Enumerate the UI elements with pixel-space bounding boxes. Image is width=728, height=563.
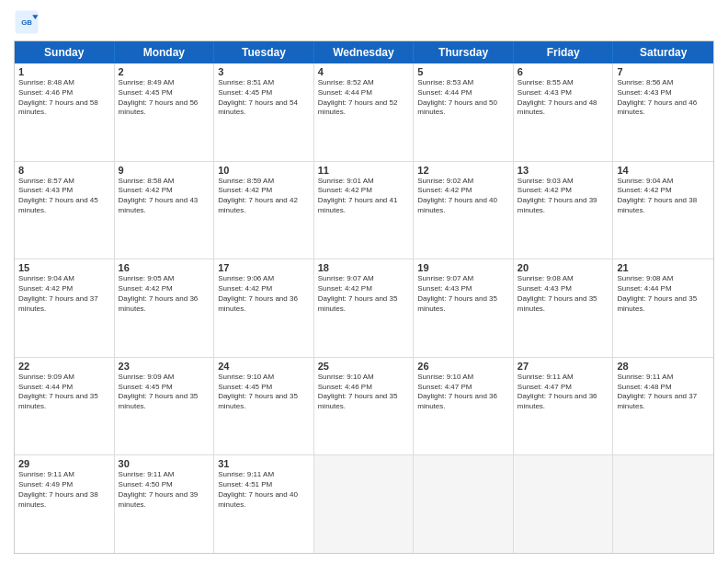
day-number: 22 xyxy=(18,361,110,372)
day-cell-23: 23 Sunrise: 9:09 AM Sunset: 4:45 PM Dayl… xyxy=(115,358,215,455)
day-cell-1: 1 Sunrise: 8:48 AM Sunset: 4:46 PM Dayli… xyxy=(15,63,115,161)
day-number: 2 xyxy=(119,66,210,77)
day-number: 10 xyxy=(218,165,310,176)
cell-details: Sunrise: 9:05 AM Sunset: 4:42 PM Dayligh… xyxy=(119,274,210,314)
day-number: 8 xyxy=(18,165,110,176)
calendar-row-1: 8 Sunrise: 8:57 AM Sunset: 4:43 PM Dayli… xyxy=(15,162,713,260)
calendar-row-0: 1 Sunrise: 8:48 AM Sunset: 4:46 PM Dayli… xyxy=(15,63,713,162)
cell-details: Sunrise: 9:09 AM Sunset: 4:45 PM Dayligh… xyxy=(119,373,210,412)
day-cell-22: 22 Sunrise: 9:09 AM Sunset: 4:44 PM Dayl… xyxy=(15,358,115,455)
header-day-friday: Friday xyxy=(514,41,614,63)
day-cell-21: 21 Sunrise: 9:08 AM Sunset: 4:44 PM Dayl… xyxy=(613,259,713,357)
day-cell-16: 16 Sunrise: 9:05 AM Sunset: 4:42 PM Dayl… xyxy=(115,259,215,357)
cell-details: Sunrise: 9:03 AM Sunset: 4:42 PM Dayligh… xyxy=(518,177,609,216)
day-number: 27 xyxy=(518,361,609,372)
day-cell-17: 17 Sunrise: 9:06 AM Sunset: 4:42 PM Dayl… xyxy=(214,259,314,357)
calendar-row-4: 29 Sunrise: 9:11 AM Sunset: 4:49 PM Dayl… xyxy=(15,455,713,553)
day-cell-8: 8 Sunrise: 8:57 AM Sunset: 4:43 PM Dayli… xyxy=(15,162,115,259)
header-day-monday: Monday xyxy=(115,41,215,63)
cell-details: Sunrise: 8:52 AM Sunset: 4:44 PM Dayligh… xyxy=(318,78,410,118)
day-number: 15 xyxy=(18,262,110,273)
day-number: 13 xyxy=(518,165,609,176)
cell-details: Sunrise: 9:04 AM Sunset: 4:42 PM Dayligh… xyxy=(18,274,110,314)
day-number: 20 xyxy=(518,262,609,273)
logo-icon: GB xyxy=(14,9,40,35)
cell-details: Sunrise: 9:01 AM Sunset: 4:42 PM Dayligh… xyxy=(318,177,410,216)
day-cell-19: 19 Sunrise: 9:07 AM Sunset: 4:43 PM Dayl… xyxy=(414,259,514,357)
day-number: 24 xyxy=(218,361,310,372)
cell-details: Sunrise: 9:07 AM Sunset: 4:42 PM Dayligh… xyxy=(318,274,410,314)
day-number: 5 xyxy=(417,66,509,77)
header-day-sunday: Sunday xyxy=(15,41,115,63)
day-cell-29: 29 Sunrise: 9:11 AM Sunset: 4:49 PM Dayl… xyxy=(15,455,115,553)
header-day-wednesday: Wednesday xyxy=(314,41,415,63)
day-number: 26 xyxy=(417,361,509,372)
cell-details: Sunrise: 9:08 AM Sunset: 4:43 PM Dayligh… xyxy=(518,274,609,314)
cell-details: Sunrise: 8:58 AM Sunset: 4:42 PM Dayligh… xyxy=(119,177,210,216)
day-number: 25 xyxy=(318,361,410,372)
empty-cell xyxy=(414,455,514,553)
calendar-row-3: 22 Sunrise: 9:09 AM Sunset: 4:44 PM Dayl… xyxy=(15,358,713,456)
calendar-header: SundayMondayTuesdayWednesdayThursdayFrid… xyxy=(15,41,713,63)
cell-details: Sunrise: 9:07 AM Sunset: 4:43 PM Dayligh… xyxy=(417,274,509,314)
day-cell-11: 11 Sunrise: 9:01 AM Sunset: 4:42 PM Dayl… xyxy=(314,162,415,259)
day-number: 31 xyxy=(218,458,310,469)
day-cell-24: 24 Sunrise: 9:10 AM Sunset: 4:45 PM Dayl… xyxy=(214,358,314,455)
day-number: 11 xyxy=(318,165,410,176)
day-number: 19 xyxy=(417,262,509,273)
day-number: 18 xyxy=(318,262,410,273)
header-day-thursday: Thursday xyxy=(414,41,514,63)
day-cell-13: 13 Sunrise: 9:03 AM Sunset: 4:42 PM Dayl… xyxy=(514,162,614,259)
empty-cell xyxy=(613,455,713,553)
header-day-tuesday: Tuesday xyxy=(214,41,314,63)
calendar: SundayMondayTuesdayWednesdayThursdayFrid… xyxy=(14,40,714,554)
day-cell-9: 9 Sunrise: 8:58 AM Sunset: 4:42 PM Dayli… xyxy=(115,162,215,259)
cell-details: Sunrise: 9:11 AM Sunset: 4:51 PM Dayligh… xyxy=(218,470,310,510)
svg-text:GB: GB xyxy=(21,18,32,27)
empty-cell xyxy=(314,455,415,553)
cell-details: Sunrise: 8:49 AM Sunset: 4:45 PM Dayligh… xyxy=(119,78,210,118)
day-cell-15: 15 Sunrise: 9:04 AM Sunset: 4:42 PM Dayl… xyxy=(15,259,115,357)
header: GB xyxy=(14,9,714,35)
day-number: 23 xyxy=(119,361,210,372)
cell-details: Sunrise: 9:02 AM Sunset: 4:42 PM Dayligh… xyxy=(417,177,509,216)
day-cell-18: 18 Sunrise: 9:07 AM Sunset: 4:42 PM Dayl… xyxy=(314,259,415,357)
day-number: 12 xyxy=(417,165,509,176)
cell-details: Sunrise: 8:51 AM Sunset: 4:45 PM Dayligh… xyxy=(218,78,310,118)
day-cell-2: 2 Sunrise: 8:49 AM Sunset: 4:45 PM Dayli… xyxy=(115,63,215,161)
day-cell-12: 12 Sunrise: 9:02 AM Sunset: 4:42 PM Dayl… xyxy=(414,162,514,259)
cell-details: Sunrise: 8:59 AM Sunset: 4:42 PM Dayligh… xyxy=(218,177,310,216)
day-number: 30 xyxy=(119,458,210,469)
day-number: 3 xyxy=(218,66,310,77)
cell-details: Sunrise: 9:04 AM Sunset: 4:42 PM Dayligh… xyxy=(617,177,710,216)
cell-details: Sunrise: 8:57 AM Sunset: 4:43 PM Dayligh… xyxy=(18,177,110,216)
cell-details: Sunrise: 9:10 AM Sunset: 4:46 PM Dayligh… xyxy=(318,373,410,412)
header-day-saturday: Saturday xyxy=(613,41,713,63)
day-number: 21 xyxy=(617,262,710,273)
cell-details: Sunrise: 9:11 AM Sunset: 4:50 PM Dayligh… xyxy=(119,470,210,510)
day-cell-14: 14 Sunrise: 9:04 AM Sunset: 4:42 PM Dayl… xyxy=(613,162,713,259)
day-cell-10: 10 Sunrise: 8:59 AM Sunset: 4:42 PM Dayl… xyxy=(214,162,314,259)
day-cell-28: 28 Sunrise: 9:11 AM Sunset: 4:48 PM Dayl… xyxy=(613,358,713,455)
logo: GB xyxy=(14,9,43,35)
day-number: 14 xyxy=(617,165,710,176)
day-cell-31: 31 Sunrise: 9:11 AM Sunset: 4:51 PM Dayl… xyxy=(214,455,314,553)
day-number: 16 xyxy=(119,262,210,273)
cell-details: Sunrise: 8:53 AM Sunset: 4:44 PM Dayligh… xyxy=(417,78,509,118)
cell-details: Sunrise: 9:06 AM Sunset: 4:42 PM Dayligh… xyxy=(218,274,310,314)
day-number: 1 xyxy=(18,66,110,77)
cell-details: Sunrise: 8:56 AM Sunset: 4:43 PM Dayligh… xyxy=(617,78,710,118)
day-number: 7 xyxy=(617,66,710,77)
day-number: 29 xyxy=(18,458,110,469)
cell-details: Sunrise: 9:10 AM Sunset: 4:45 PM Dayligh… xyxy=(218,373,310,412)
day-cell-3: 3 Sunrise: 8:51 AM Sunset: 4:45 PM Dayli… xyxy=(214,63,314,161)
day-cell-4: 4 Sunrise: 8:52 AM Sunset: 4:44 PM Dayli… xyxy=(314,63,415,161)
page: GB SundayMondayTuesdayWednesdayThursdayF… xyxy=(0,0,728,563)
day-cell-5: 5 Sunrise: 8:53 AM Sunset: 4:44 PM Dayli… xyxy=(414,63,514,161)
day-cell-20: 20 Sunrise: 9:08 AM Sunset: 4:43 PM Dayl… xyxy=(514,259,614,357)
cell-details: Sunrise: 8:55 AM Sunset: 4:43 PM Dayligh… xyxy=(518,78,609,118)
day-number: 4 xyxy=(318,66,410,77)
day-cell-7: 7 Sunrise: 8:56 AM Sunset: 4:43 PM Dayli… xyxy=(613,63,713,161)
empty-cell xyxy=(514,455,614,553)
cell-details: Sunrise: 9:08 AM Sunset: 4:44 PM Dayligh… xyxy=(617,274,710,314)
